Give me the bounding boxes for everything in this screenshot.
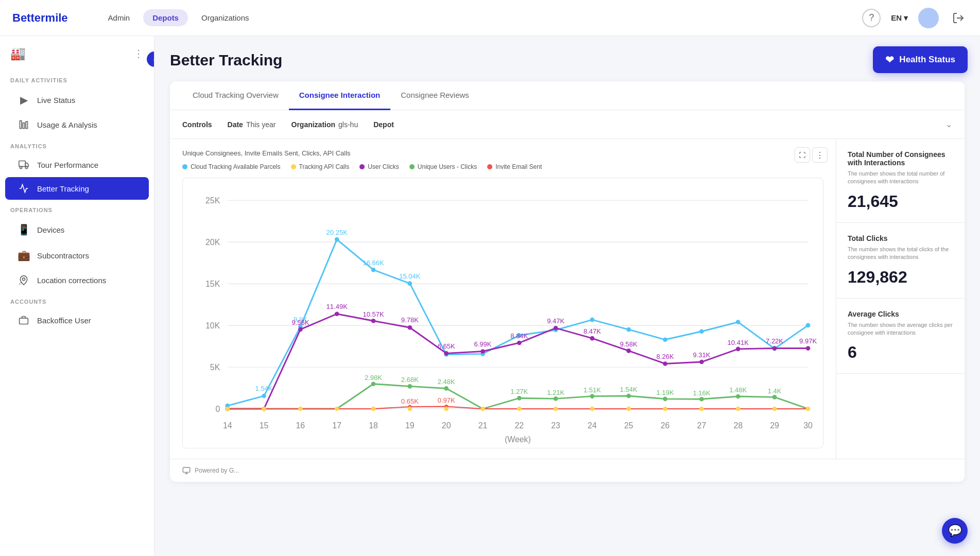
chat-icon: 💬 (948, 524, 962, 537)
svg-point-138 (335, 407, 339, 411)
sidebar-item-usage-analysis[interactable]: Usage & Analysis (5, 113, 149, 136)
svg-text:9.31K: 9.31K (693, 351, 710, 359)
svg-rect-9 (20, 318, 28, 324)
chat-button[interactable]: 💬 (942, 518, 968, 544)
avatar[interactable] (918, 8, 939, 28)
tabs-header: Cloud Tracking Overview Consignee Intera… (170, 81, 965, 110)
svg-text:7.22K: 7.22K (766, 337, 783, 345)
svg-text:11.49K: 11.49K (326, 303, 348, 310)
sidebar-more-icon[interactable]: ⋮ (133, 47, 144, 60)
svg-point-139 (371, 407, 376, 411)
chart-svg: 0 5K 10K 15K 20K 25K 14 15 16 17 18 19 (183, 178, 823, 446)
section-operations: OPERATIONS (0, 201, 154, 216)
controls-bar: Controls Date This year Organization gls… (170, 110, 965, 139)
svg-text:1.16K: 1.16K (693, 389, 710, 397)
devices-icon: 📱 (18, 223, 30, 236)
stat-total-consignees-title: Total Number of Consignees with Interact… (848, 150, 953, 167)
sidebar-item-location-corrections[interactable]: Location corrections (5, 269, 149, 291)
svg-point-145 (590, 407, 595, 411)
sidebar-item-label: Tour Performance (37, 161, 98, 169)
logout-button[interactable] (949, 9, 968, 27)
chart-more-button[interactable]: ⋮ (812, 147, 828, 163)
language-selector[interactable]: EN ▾ (891, 13, 908, 23)
sidebar-item-tour-performance[interactable]: Tour Performance (5, 153, 149, 176)
svg-point-100 (626, 394, 631, 398)
stat-total-clicks-title: Total Clicks (848, 234, 953, 242)
svg-text:26: 26 (661, 421, 670, 430)
svg-point-102 (699, 397, 704, 402)
svg-point-136 (262, 407, 266, 411)
svg-point-151 (806, 407, 811, 411)
stats-panel: Total Number of Consignees with Interact… (836, 139, 965, 459)
svg-text:(Week): (Week) (505, 435, 531, 444)
top-navigation: Bettermile Admin Depots Organizations ? … (0, 0, 980, 36)
svg-point-44 (371, 268, 376, 272)
chevron-down-icon: ⌄ (945, 120, 952, 129)
health-status-label: Health Status (899, 55, 955, 65)
sidebar-item-label: Subcontractors (37, 251, 89, 260)
tab-consignee-reviews[interactable]: Consignee Reviews (390, 81, 479, 110)
sidebar-item-backoffice-user[interactable]: Backoffice User (5, 309, 149, 332)
svg-point-54 (736, 320, 741, 324)
depot-control[interactable]: Depot (373, 120, 394, 129)
svg-text:15.04K: 15.04K (399, 272, 421, 280)
nav-right: ? EN ▾ (862, 8, 968, 28)
sidebar-item-devices[interactable]: 📱 Devices (5, 217, 149, 242)
health-status-button[interactable]: ❤ Health Status (873, 46, 968, 73)
svg-point-97 (517, 396, 522, 401)
svg-text:17: 17 (332, 421, 341, 430)
svg-point-148 (699, 407, 704, 411)
svg-point-43 (335, 237, 339, 242)
svg-text:9.47K: 9.47K (547, 317, 564, 325)
svg-point-144 (554, 407, 558, 411)
sidebar-item-live-status[interactable]: ▶ Live Status (5, 88, 149, 112)
svg-point-95 (408, 384, 412, 389)
help-button[interactable]: ? (862, 9, 881, 27)
svg-text:20: 20 (442, 421, 451, 430)
sidebar: 🏭 ⋮ ‹ DAILY ACTIVITIES ▶ Live Status Usa… (0, 36, 154, 556)
controls-expand[interactable]: ⌄ (945, 119, 952, 129)
svg-point-140 (408, 407, 412, 411)
tab-consignee-interaction[interactable]: Consignee Interaction (289, 81, 391, 110)
svg-text:21: 21 (478, 421, 488, 430)
legend-dot-user-clicks (359, 164, 365, 169)
svg-point-45 (408, 281, 412, 286)
svg-point-7 (23, 278, 25, 281)
stat-avg-clicks: Average Clicks The number shows the aver… (836, 299, 965, 374)
legend-user-clicks: User Clicks (359, 163, 399, 170)
svg-text:25K: 25K (205, 196, 220, 205)
chart-svg-container: 0 5K 10K 15K 20K 25K 14 15 16 17 18 19 (182, 178, 823, 448)
svg-point-149 (736, 407, 741, 411)
svg-rect-1 (20, 121, 22, 129)
svg-text:0: 0 (215, 405, 220, 413)
organization-control[interactable]: Organization gls-hu (291, 120, 358, 129)
svg-text:20.25K: 20.25K (326, 229, 348, 236)
legend-dot-unique-users (409, 164, 415, 169)
svg-text:9.97K: 9.97K (799, 337, 817, 345)
svg-text:0.65K: 0.65K (401, 397, 419, 405)
svg-point-50 (590, 318, 595, 322)
sidebar-item-subcontractors[interactable]: 💼 Subcontractors (5, 243, 149, 268)
nav-depots[interactable]: Depots (143, 9, 188, 26)
svg-point-135 (225, 407, 230, 411)
svg-text:5K: 5K (210, 363, 220, 372)
nav-admin[interactable]: Admin (99, 9, 140, 26)
svg-text:30: 30 (803, 421, 813, 430)
location-corrections-icon (18, 275, 30, 285)
legend-dot-tracking-api (291, 164, 296, 169)
svg-rect-152 (183, 467, 190, 472)
chart-expand-button[interactable] (795, 147, 810, 163)
sidebar-item-better-tracking[interactable]: Better Tracking (5, 177, 149, 200)
svg-text:1.21K: 1.21K (547, 389, 564, 396)
tab-cloud-tracking-overview[interactable]: Cloud Tracking Overview (182, 81, 289, 110)
svg-point-76 (736, 347, 741, 352)
svg-text:9.56K: 9.56K (291, 319, 309, 326)
date-control[interactable]: Date This year (228, 120, 276, 129)
svg-text:2.98K: 2.98K (365, 374, 382, 381)
svg-text:2.48K: 2.48K (438, 378, 455, 386)
svg-point-77 (772, 346, 777, 351)
powered-by-label: Powered by G... (195, 467, 239, 474)
nav-organizations[interactable]: Organizations (192, 9, 259, 26)
svg-point-72 (590, 336, 595, 341)
svg-text:0.97K: 0.97K (438, 396, 455, 404)
